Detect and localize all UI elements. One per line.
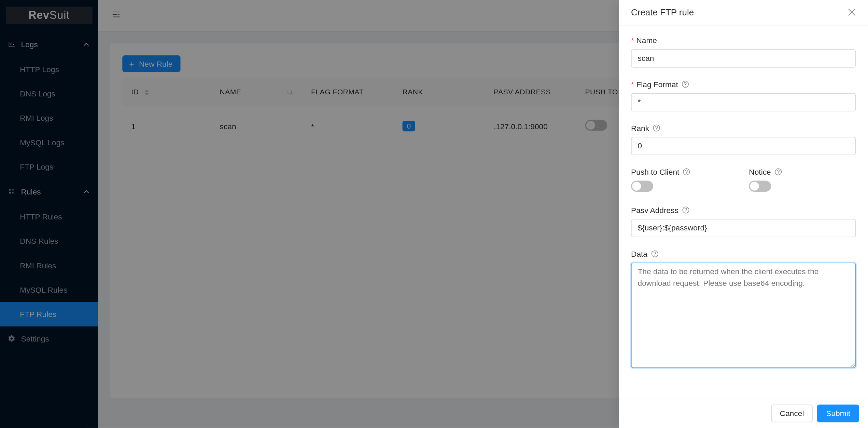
pasv-address-input[interactable] [631,219,856,237]
data-textarea[interactable] [631,263,856,368]
help-icon[interactable] [651,250,659,258]
drawer-title: Create FTP rule [631,8,694,18]
help-icon[interactable] [683,168,690,176]
push-to-client-label-text: Push to Client [631,168,679,176]
name-label-text: Name [636,36,657,45]
data-label: Data [631,249,856,258]
notice-switch[interactable] [749,180,771,191]
help-icon[interactable] [681,80,689,88]
flag-format-label-text: Flag Format [636,80,678,89]
help-icon[interactable] [653,124,660,132]
cancel-button[interactable]: Cancel [771,404,813,422]
push-to-client-label: Push to Client [631,168,738,176]
data-label-text: Data [631,249,647,258]
notice-label: Notice [749,168,856,176]
pasv-address-label-text: Pasv Address [631,205,678,214]
close-icon[interactable] [848,8,856,18]
rank-input[interactable] [631,137,856,155]
rank-label-text: Rank [631,124,649,133]
notice-label-text: Notice [749,168,771,176]
submit-button[interactable]: Submit [817,404,859,422]
flag-format-label: *Flag Format [631,80,856,89]
rank-label: Rank [631,124,856,133]
push-to-client-switch[interactable] [631,180,653,191]
name-label: *Name [631,36,856,45]
pasv-address-label: Pasv Address [631,205,856,214]
name-input[interactable] [631,49,856,67]
help-icon[interactable] [682,206,690,214]
create-ftp-rule-drawer: Create FTP rule *Name *Flag Format Rank [619,0,868,428]
flag-format-input[interactable] [631,93,856,111]
help-icon[interactable] [774,168,782,176]
